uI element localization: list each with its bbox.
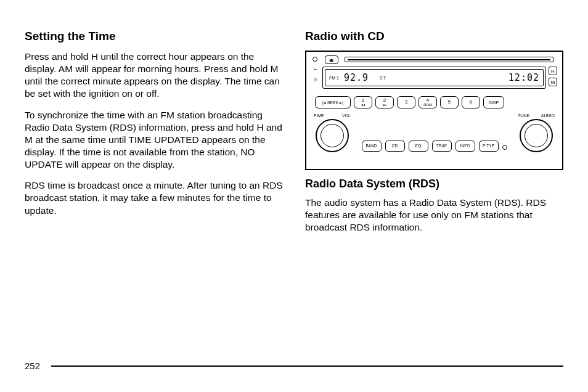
antenna-icon: ⇐ xyxy=(311,67,320,73)
heading-rds: Radio Data System (RDS) xyxy=(305,178,563,190)
volume-knob-icon xyxy=(316,119,349,152)
heading-setting-time: Setting the Time xyxy=(25,30,283,43)
preset-2-icon: 2▸▸ xyxy=(375,96,394,108)
paragraph: RDS time is broadcast once a minute. Aft… xyxy=(25,179,283,216)
source-icons: ⇐ ◎ xyxy=(311,67,320,83)
cd-slot-icon xyxy=(345,57,553,62)
screw-icon xyxy=(502,145,507,150)
preset-6-icon: 6 xyxy=(462,96,480,108)
frequency-readout: 92.9 xyxy=(344,72,369,83)
eq-button-icon: EQ xyxy=(409,141,428,152)
m-button-icon: M xyxy=(549,78,557,86)
volume-knob-group: PWRVOL xyxy=(312,113,352,152)
paragraph: To synchronize the time with an FM stati… xyxy=(25,109,283,171)
cd-button-icon: CD xyxy=(385,141,405,152)
ptyp-button-icon: P·TYP xyxy=(479,141,499,152)
mode-button-row: BAND CD EQ TRAF INFO P·TYP xyxy=(352,141,517,152)
left-column: Setting the Time Press and hold H until … xyxy=(25,30,283,242)
stereo-indicator: ST xyxy=(380,76,386,80)
heading-radio-cd: Radio with CD xyxy=(305,30,563,43)
preset-4-icon: 4RDM xyxy=(419,96,437,108)
radio-illustration: ⏏ ⇐ ◎ FM 1 92.9 ST 12:02 H M |◂ xyxy=(305,51,563,170)
preset-3-icon: 3 xyxy=(397,96,415,108)
clock-readout: 12:02 xyxy=(508,72,539,83)
screw-icon xyxy=(312,57,317,62)
seek-button-icon: |◂ SEEK ▸| xyxy=(315,96,351,108)
band-indicator: FM 1 xyxy=(329,76,339,80)
paragraph: Press and hold H until the correct hour … xyxy=(25,51,283,100)
hour-minute-buttons: H M xyxy=(549,67,557,86)
eject-button-icon: ⏏ xyxy=(325,55,338,64)
preset-row: |◂ SEEK ▸| 1◂◂ 2▸▸ 3 4RDM 5 6 DISP xyxy=(315,96,553,108)
paragraph: The audio system has a Radio Data System… xyxy=(305,197,563,234)
right-column: Radio with CD ⏏ ⇐ ◎ FM 1 92.9 ST 12:02 H… xyxy=(305,30,563,242)
page-footer: 252 xyxy=(25,361,563,371)
info-button-icon: INFO xyxy=(455,141,475,152)
disp-button-icon: DISP xyxy=(483,96,504,108)
h-button-icon: H xyxy=(549,67,557,75)
preset-5-icon: 5 xyxy=(440,96,459,108)
radio-display: FM 1 92.9 ST 12:02 xyxy=(322,67,546,89)
band-button-icon: BAND xyxy=(362,141,382,152)
traf-button-icon: TRAF xyxy=(432,141,452,152)
tune-knob-group: TUNEAUDIO xyxy=(517,113,556,152)
disc-icon: ◎ xyxy=(311,76,320,83)
footer-rule xyxy=(51,365,563,367)
page-number: 252 xyxy=(25,361,40,371)
preset-1-icon: 1◂◂ xyxy=(354,96,372,108)
tune-knob-icon xyxy=(520,119,553,152)
